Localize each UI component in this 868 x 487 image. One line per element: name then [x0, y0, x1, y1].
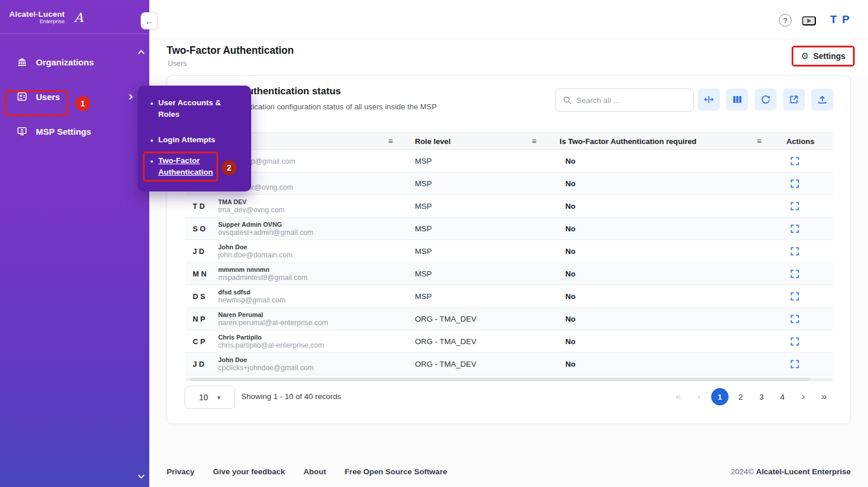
topbar: ← ? T P — [149, 0, 868, 39]
row-avatar-initials: N P — [193, 315, 212, 323]
row-role: MSP — [406, 157, 550, 165]
page-button[interactable]: 1 — [711, 388, 729, 405]
row-required: No — [550, 315, 770, 323]
submenu-item-login-attempts[interactable]: • Login Attempts — [150, 134, 215, 146]
columns-button[interactable] — [726, 88, 748, 110]
actions-cell — [770, 223, 833, 234]
page-header: Two-Factor Authentication Users — [149, 39, 868, 75]
footer-link-feedback[interactable]: Give your feedback — [213, 467, 285, 476]
annotation-box-two-factor — [143, 152, 218, 182]
actions-cell — [770, 201, 833, 212]
expand-icon — [789, 268, 800, 279]
user-cell: J D John Doe cpclicks+johndoe@gmail.com — [186, 356, 406, 372]
brand-logo-icon: A — [71, 9, 87, 25]
page: Alcatel·Lucent Enterprise A Organization… — [0, 0, 868, 487]
walkthrough-button[interactable] — [802, 16, 816, 25]
actions-cell — [770, 359, 833, 370]
expand-row-button[interactable] — [789, 336, 800, 347]
table-row[interactable]: …s.to+msp@gmail.com MSP No — [186, 150, 833, 172]
first-page-button[interactable]: « — [670, 388, 687, 405]
annotation-box-settings: ⚙ Settings — [792, 46, 855, 67]
footer-link-foss[interactable]: Free Open Source Software — [345, 467, 447, 476]
settings-button[interactable]: ⚙ Settings — [793, 47, 853, 65]
row-required: No — [550, 224, 770, 233]
expand-row-button[interactable] — [789, 313, 800, 324]
table-row[interactable]: S O Supper Admin OVNG ovsqatest+admin@gm… — [186, 217, 833, 240]
submenu-item-user-accounts-roles[interactable]: • User Accounts & Roles — [150, 97, 242, 121]
expand-row-button[interactable] — [789, 291, 800, 302]
table-row[interactable]: C P Chris Partipilo chris.partipilo@al-e… — [186, 330, 833, 353]
footer-links: Privacy Give your feedback About Free Op… — [167, 467, 447, 476]
back-arrow-icon: ← — [145, 16, 154, 26]
copyright-year: 2024© — [731, 467, 754, 476]
pager: « ‹ 1 2 3 4 › » — [670, 388, 833, 405]
table-row[interactable]: M N mmmnm nmnmn mspadmintest8@gmail.com … — [186, 263, 833, 285]
sidebar-item-organizations[interactable]: Organizations — [0, 49, 149, 75]
play-icon — [807, 19, 811, 23]
row-role: MSP — [406, 202, 550, 211]
row-avatar-initials: S O — [193, 224, 212, 233]
footer-link-privacy[interactable]: Privacy — [167, 467, 194, 476]
expand-row-button[interactable] — [789, 178, 800, 189]
table-row[interactable]: J D John Doe john.doe@domain.com MSP No — [186, 240, 833, 263]
row-avatar-initials: D S — [193, 292, 212, 301]
search-input[interactable] — [576, 96, 686, 105]
fit-columns-button[interactable] — [698, 88, 720, 110]
sidebar-nav: Organizations Users — [0, 34, 149, 144]
page-button[interactable]: 4 — [774, 388, 791, 405]
table-row[interactable]: …viewer …p_viewer@ovng.com MSP No — [186, 172, 833, 195]
back-button[interactable]: ← — [141, 12, 158, 29]
expand-row-button[interactable] — [789, 359, 800, 370]
row-avatar-initials: J D — [193, 360, 212, 368]
last-page-button[interactable]: » — [815, 388, 833, 405]
expand-row-button[interactable] — [789, 156, 800, 167]
sidebar-item-msp-settings[interactable]: MSP Settings — [0, 119, 149, 144]
page-button[interactable]: 2 — [732, 388, 749, 405]
row-email: chris.partipilo@al-enterprise.com — [218, 341, 324, 349]
row-name: John Doe — [218, 356, 314, 363]
user-cell: T D TMA DEV tma_dev@ovng.com — [186, 198, 406, 214]
annotation-badge-1: 1 — [75, 96, 90, 111]
page-size-select[interactable]: 10 ▾ — [185, 386, 235, 409]
horizontal-scrollbar-thumb[interactable] — [189, 378, 810, 381]
sidebar-scroll-down-icon[interactable] — [138, 472, 144, 478]
expand-icon — [789, 336, 800, 347]
expand-row-button[interactable] — [789, 201, 800, 212]
refresh-button[interactable] — [755, 88, 777, 110]
column-menu-icon[interactable]: ≡ — [532, 137, 536, 145]
table-row[interactable]: J D John Doe cpclicks+johndoe@gmail.com … — [186, 353, 833, 375]
table-row[interactable]: T D TMA DEV tma_dev@ovng.com MSP No — [186, 195, 833, 217]
column-menu-icon[interactable]: ≡ — [388, 137, 393, 145]
prev-page-button[interactable]: ‹ — [690, 388, 708, 405]
actions-cell — [770, 291, 833, 302]
expand-row-button[interactable] — [789, 246, 800, 257]
row-role: ORG - TMA_DEV — [406, 337, 550, 346]
users-table: ≡ Role level ≡ Is Two-Factor Authenticat… — [186, 132, 833, 375]
table-row[interactable]: N P Naren Perumal naren.perumal@al-enter… — [186, 308, 833, 330]
expand-icon — [789, 313, 800, 324]
refresh-icon — [760, 94, 771, 105]
actions-cell — [770, 313, 833, 324]
user-avatar-initials[interactable]: T P — [830, 13, 851, 26]
footer-link-about[interactable]: About — [304, 467, 326, 476]
column-menu-icon[interactable]: ≡ — [757, 137, 762, 145]
expand-row-button[interactable] — [789, 223, 800, 234]
sidebar: Alcatel·Lucent Enterprise A Organization… — [0, 0, 149, 487]
upload-button[interactable] — [811, 88, 833, 110]
upload-icon — [816, 94, 828, 105]
help-button[interactable]: ? — [779, 14, 792, 27]
page-button[interactable]: 3 — [753, 388, 770, 405]
row-required: No — [550, 202, 770, 211]
export-button[interactable] — [783, 88, 805, 110]
bullet-icon: • — [150, 135, 153, 146]
copyright: 2024© Alcatel-Lucent Enterprise — [731, 467, 851, 476]
next-page-button[interactable]: › — [795, 388, 812, 405]
expand-icon — [789, 223, 800, 234]
export-icon — [788, 94, 800, 105]
expand-row-button[interactable] — [789, 268, 800, 279]
table-row[interactable]: D S dfsd sdfsd newmsp@gmail.com MSP No — [186, 285, 833, 308]
row-required: No — [550, 270, 770, 278]
row-role: MSP — [406, 247, 550, 256]
breadcrumb[interactable]: Users — [168, 60, 187, 68]
row-email: ovsqatest+admin@gmail.com — [218, 228, 314, 237]
